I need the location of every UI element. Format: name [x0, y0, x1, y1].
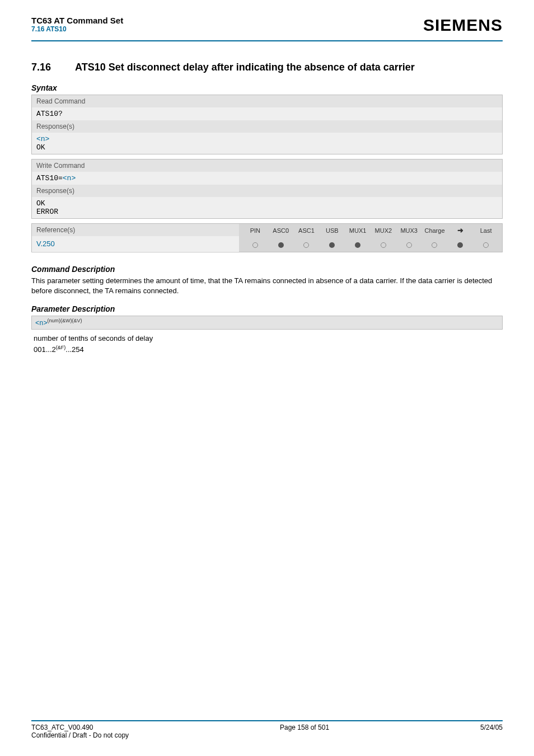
col-usb: USB	[319, 227, 345, 234]
header-divider	[31, 40, 503, 41]
section-number: 7.16	[31, 62, 75, 73]
write-response-error: ERROR	[36, 208, 58, 216]
param-range-sup: (&F)	[56, 345, 66, 350]
read-response-value: <n> OK	[32, 133, 502, 154]
col-mux1: MUX1	[345, 227, 371, 234]
reference-value: V.250	[32, 236, 239, 251]
dot-filled-icon	[278, 242, 284, 248]
col-last: Last	[473, 227, 499, 234]
reference-left: Reference(s) V.250	[32, 224, 239, 252]
syntax-heading: Syntax	[31, 83, 503, 92]
dot-filled-icon	[329, 242, 335, 248]
parameter-n-description: number of tenths of seconds of delay 001…	[31, 333, 503, 355]
param-range-b: ...254	[65, 345, 84, 354]
read-command-value: ATS10?	[32, 107, 502, 120]
parameter-n-box: <n>(num)(&W)(&V)	[31, 316, 503, 330]
col-charge: Charge	[422, 227, 448, 234]
write-command-label: Write Command	[32, 159, 502, 172]
footer-confidential: Confidential / Draft - Do not copy	[31, 731, 129, 739]
dot-filled-icon	[355, 242, 360, 248]
cell-asc0	[268, 240, 294, 248]
cell-usb	[319, 240, 345, 248]
cell-mux3	[396, 240, 422, 248]
doc-subtitle: 7.16 ATS10	[31, 25, 123, 33]
header-left: TC63 AT Command Set 7.16 ATS10	[31, 16, 123, 33]
col-mux3: MUX3	[396, 227, 422, 234]
dot-empty-icon	[381, 242, 386, 248]
dot-filled-icon	[457, 242, 463, 248]
footer-divider	[31, 720, 503, 721]
footer-version: TC63_ATC_V00.490	[31, 724, 129, 731]
write-command-param: <n>	[63, 174, 76, 182]
page-footer: TC63_ATC_V00.490 Confidential / Draft - …	[31, 720, 503, 739]
dot-empty-icon	[432, 242, 437, 248]
write-command-prefix: ATS10=	[36, 174, 63, 182]
write-response-label: Response(s)	[32, 185, 502, 197]
cell-last	[473, 240, 499, 248]
cell-pin	[242, 240, 268, 248]
read-response-ok: OK	[36, 143, 45, 152]
col-asc0: ASC0	[268, 227, 294, 234]
dot-empty-icon	[406, 242, 412, 248]
col-pin: PIN	[242, 227, 268, 234]
reference-matrix: PIN ASC0 ASC1 USB MUX1 MUX2 MUX3 Charge …	[239, 224, 502, 252]
matrix-value-row	[239, 237, 502, 252]
cell-mux2	[371, 240, 396, 248]
dot-empty-icon	[252, 242, 258, 248]
footer-date: 5/24/05	[480, 724, 503, 739]
command-description-text: This parameter setting determines the am…	[31, 276, 503, 295]
parameter-n-range: 001...2(&F)...254	[34, 344, 503, 355]
read-response-param: <n>	[36, 135, 49, 143]
read-command-box: Read Command ATS10? Response(s) <n> OK	[31, 95, 503, 154]
read-command-label: Read Command	[32, 95, 502, 107]
brand-logo: SIEMENS	[423, 16, 503, 35]
param-range-a: 001...2	[34, 345, 56, 354]
col-asc1: ASC1	[294, 227, 320, 234]
cell-mux1	[345, 240, 371, 248]
parameter-n-line1: number of tenths of seconds of delay	[34, 333, 503, 344]
section-title: ATS10 Set disconnect delay after indicat…	[75, 62, 503, 73]
write-response-value: OK ERROR	[32, 197, 502, 218]
page-header: TC63 AT Command Set 7.16 ATS10 SIEMENS	[31, 16, 503, 40]
cell-asc1	[294, 240, 320, 248]
footer-page-number: Page 158 of 501	[129, 724, 480, 739]
section-heading: 7.16 ATS10 Set disconnect delay after in…	[31, 62, 503, 73]
parameter-n-attrs: (num)(&W)(&V)	[48, 318, 82, 323]
col-airplane-icon: ➜	[447, 226, 473, 234]
cell-charge	[422, 240, 448, 248]
reference-box: Reference(s) V.250 PIN ASC0 ASC1 USB MUX…	[31, 223, 503, 252]
footer-left: TC63_ATC_V00.490 Confidential / Draft - …	[31, 724, 129, 739]
parameter-description-heading: Parameter Description	[31, 304, 503, 313]
write-response-ok: OK	[36, 199, 45, 208]
col-mux2: MUX2	[371, 227, 396, 234]
parameter-n-name: <n>	[35, 320, 48, 327]
doc-title: TC63 AT Command Set	[31, 16, 123, 25]
dot-empty-icon	[303, 242, 309, 248]
dot-empty-icon	[483, 242, 489, 248]
matrix-header-row: PIN ASC0 ASC1 USB MUX1 MUX2 MUX3 Charge …	[239, 224, 502, 237]
read-response-label: Response(s)	[32, 120, 502, 133]
cell-airplane	[447, 240, 473, 248]
write-command-value: ATS10=<n>	[32, 172, 502, 185]
reference-label: Reference(s)	[32, 224, 239, 236]
write-command-box: Write Command ATS10=<n> Response(s) OK E…	[31, 159, 503, 219]
command-description-heading: Command Description	[31, 265, 503, 274]
